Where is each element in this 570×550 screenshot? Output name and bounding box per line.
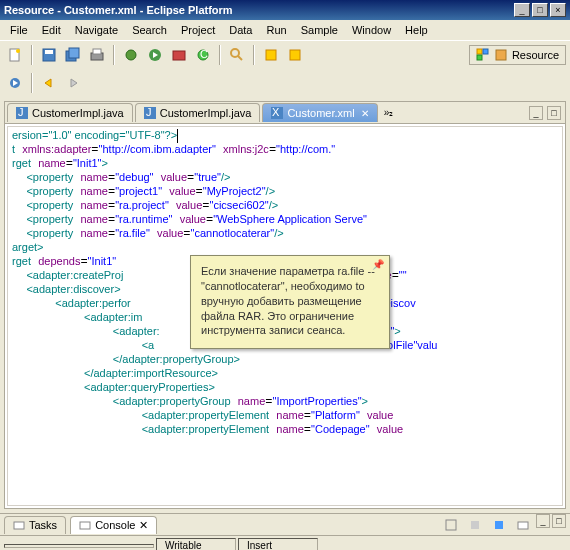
minimize-view-icon[interactable]: _ — [536, 514, 550, 528]
separator — [219, 45, 221, 65]
toolbar-main: C Resource — [0, 40, 570, 69]
svg-point-1 — [16, 49, 20, 53]
menu-search[interactable]: Search — [126, 22, 173, 38]
separator — [31, 45, 33, 65]
svg-rect-7 — [93, 49, 101, 54]
menu-file[interactable]: File — [4, 22, 34, 38]
svg-rect-17 — [290, 50, 300, 60]
run-ext-icon[interactable] — [168, 44, 190, 66]
svg-text:J: J — [18, 107, 24, 118]
editor-tabs: JCustomerImpl.javaJCustomerImpl.javaXCus… — [5, 102, 565, 124]
debug-icon[interactable] — [120, 44, 142, 66]
maximize-editor-icon[interactable]: □ — [547, 106, 561, 120]
perspective-switcher[interactable]: Resource — [469, 45, 566, 65]
editor-tab[interactable]: XCustomer.xml✕ — [262, 103, 377, 122]
window-titlebar: Resource - Customer.xml - Eclipse Platfo… — [0, 0, 570, 20]
view-tab-tasks[interactable]: Tasks — [4, 516, 66, 534]
console-scroll-icon[interactable] — [464, 514, 486, 536]
svg-rect-34 — [446, 520, 456, 530]
separator — [253, 45, 255, 65]
svg-marker-25 — [71, 79, 77, 87]
tabs-overflow-icon[interactable]: »₂ — [384, 107, 394, 118]
tasks-icon — [13, 519, 25, 531]
menu-project[interactable]: Project — [175, 22, 221, 38]
svg-rect-21 — [496, 50, 506, 60]
close-view-icon[interactable]: ✕ — [139, 519, 148, 532]
svg-text:C: C — [200, 48, 208, 60]
svg-text:X: X — [272, 107, 280, 118]
close-button[interactable]: × — [550, 3, 566, 17]
separator — [31, 73, 33, 93]
java-file-icon: J — [16, 107, 28, 119]
svg-rect-11 — [173, 51, 185, 60]
annotation-next-icon[interactable] — [284, 44, 306, 66]
open-perspective-icon[interactable] — [476, 48, 490, 62]
menu-run[interactable]: Run — [260, 22, 292, 38]
nav-icon[interactable] — [4, 72, 26, 94]
java-file-icon: J — [144, 107, 156, 119]
back-icon[interactable] — [38, 72, 60, 94]
window-buttons: _ □ × — [514, 3, 566, 17]
maximize-button[interactable]: □ — [532, 3, 548, 17]
console-pin-icon[interactable] — [488, 514, 510, 536]
tooltip-popup: 📌 Если значение параметра ra.file -- "ca… — [190, 255, 390, 349]
maximize-view-icon[interactable]: □ — [552, 514, 566, 528]
editor-tab[interactable]: JCustomerImpl.java — [135, 103, 261, 122]
svg-rect-5 — [69, 48, 79, 58]
status-empty — [4, 544, 154, 548]
svg-marker-24 — [45, 79, 51, 87]
svg-point-14 — [231, 49, 239, 57]
console-icon — [79, 519, 91, 531]
resource-perspective-icon — [494, 48, 508, 62]
search-icon[interactable] — [226, 44, 248, 66]
new-class-icon[interactable]: C — [192, 44, 214, 66]
tab-label: CustomerImpl.java — [32, 107, 124, 119]
svg-rect-36 — [495, 521, 503, 529]
view-tab-label: Console — [95, 519, 135, 531]
toolbar-nav — [0, 69, 570, 97]
new-icon[interactable] — [4, 44, 26, 66]
menu-edit[interactable]: Edit — [36, 22, 67, 38]
svg-rect-20 — [477, 55, 482, 60]
svg-rect-3 — [45, 50, 53, 54]
svg-rect-16 — [266, 50, 276, 60]
minimize-editor-icon[interactable]: _ — [529, 106, 543, 120]
close-tab-icon[interactable]: ✕ — [361, 108, 369, 119]
svg-rect-37 — [518, 522, 528, 529]
bottom-view-tabs: TasksConsole ✕ _ □ — [0, 513, 570, 535]
menu-help[interactable]: Help — [399, 22, 434, 38]
menu-sample[interactable]: Sample — [295, 22, 344, 38]
tooltip-text: Если значение параметра ra.file -- "cann… — [201, 265, 375, 336]
menu-data[interactable]: Data — [223, 22, 258, 38]
forward-icon[interactable] — [62, 72, 84, 94]
svg-point-8 — [126, 50, 136, 60]
console-open-icon[interactable] — [512, 514, 534, 536]
run-icon[interactable] — [144, 44, 166, 66]
perspective-label: Resource — [512, 49, 559, 61]
view-tab-console[interactable]: Console ✕ — [70, 516, 157, 534]
xml-file-icon: X — [271, 107, 283, 119]
editor-tab-controls: _ □ — [529, 106, 565, 120]
status-writable: Writable — [156, 538, 236, 550]
save-all-icon[interactable] — [62, 44, 84, 66]
status-insert: Insert — [238, 538, 318, 550]
save-icon[interactable] — [38, 44, 60, 66]
view-tab-label: Tasks — [29, 519, 57, 531]
console-clear-icon[interactable] — [440, 514, 462, 536]
print-icon[interactable] — [86, 44, 108, 66]
separator — [113, 45, 115, 65]
statusbar: Writable Insert — [0, 535, 570, 550]
svg-text:J: J — [146, 107, 152, 118]
svg-rect-35 — [471, 521, 479, 529]
menu-navigate[interactable]: Navigate — [69, 22, 124, 38]
pin-icon[interactable]: 📌 — [371, 258, 385, 272]
window-title: Resource - Customer.xml - Eclipse Platfo… — [4, 4, 233, 16]
minimize-button[interactable]: _ — [514, 3, 530, 17]
svg-rect-19 — [483, 49, 488, 54]
view-toolbar: _ □ — [440, 514, 566, 536]
editor-tab[interactable]: JCustomerImpl.java — [7, 103, 133, 122]
svg-rect-32 — [14, 522, 24, 529]
menu-window[interactable]: Window — [346, 22, 397, 38]
tab-label: CustomerImpl.java — [160, 107, 252, 119]
annotation-prev-icon[interactable] — [260, 44, 282, 66]
